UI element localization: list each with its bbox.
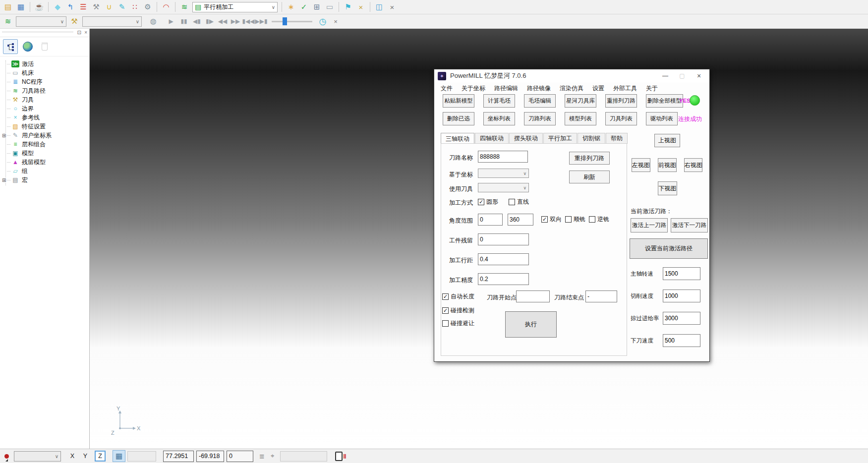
menu-item[interactable]: 关于坐标 xyxy=(457,82,490,94)
bidirectional-checkbox[interactable]: ✓ xyxy=(541,216,548,223)
dialog-titlebar[interactable]: ✦ PowerMILL 忆梦星河 7.0.6 — ▢ × xyxy=(434,69,709,82)
z-axis-button[interactable]: Z xyxy=(95,451,106,462)
collision-check-option[interactable]: ✓ 碰撞检测 xyxy=(442,306,474,315)
active-toolpath-icon[interactable]: ≋ xyxy=(178,1,190,13)
plunge-feed-input[interactable] xyxy=(663,334,700,347)
axis-readout-icon[interactable]: ≣ xyxy=(259,453,265,460)
sim-speed-slider[interactable] xyxy=(272,17,312,25)
step-back-icon[interactable]: ◀▮ xyxy=(191,15,203,27)
front-view-button[interactable]: 前视图 xyxy=(658,158,677,172)
menu-item[interactable]: 关于 xyxy=(641,82,662,94)
conventional-checkbox[interactable] xyxy=(589,216,595,223)
spindle-speed-input[interactable] xyxy=(663,267,700,280)
execute-button[interactable]: 执行 xyxy=(505,311,557,338)
tolerance-input[interactable] xyxy=(478,273,529,285)
tree-item[interactable]: ≡ 层和组合 xyxy=(0,140,89,149)
quick-button[interactable]: 删除全部模型 xyxy=(646,94,683,108)
explorer-grip[interactable]: ⊡ × xyxy=(0,29,89,37)
auto-length-option[interactable]: ✓ 自动长度 xyxy=(442,292,474,301)
quick-button[interactable]: 删除已选 xyxy=(443,112,474,125)
collision-avoid-checkbox[interactable] xyxy=(442,320,449,327)
pause-icon[interactable]: ▮▮ xyxy=(178,15,190,27)
refresh-button[interactable]: 刷新 xyxy=(569,171,610,183)
transform-icon[interactable]: × xyxy=(355,1,367,13)
entity-select-combo[interactable]: ∨ xyxy=(14,451,61,462)
quick-button[interactable]: 计算毛坯 xyxy=(483,94,515,108)
quick-button[interactable]: 刀路列表 xyxy=(524,112,556,125)
render-teapot-icon[interactable]: ☕ xyxy=(33,1,45,13)
tree-item[interactable]: ▧ 特征设置 xyxy=(0,122,89,131)
collision-avoid-option[interactable]: 碰撞避让 xyxy=(442,319,474,328)
quick-button[interactable]: 星河刀具库 xyxy=(565,94,596,108)
menu-item[interactable]: 文件 xyxy=(436,82,457,94)
record-dot-icon[interactable] xyxy=(4,454,9,459)
tree-item[interactable]: ▭ 机床 xyxy=(0,68,89,77)
open-project-icon[interactable]: ▤ xyxy=(2,1,14,13)
explode-icon[interactable]: ∗ xyxy=(285,1,297,13)
probe-icon[interactable]: ⌖ xyxy=(271,452,274,460)
tree-item[interactable]: ⊞ ▤ 宏 xyxy=(0,175,89,184)
mounting-icon[interactable]: ⚑ xyxy=(342,1,354,13)
toolpath-name-input[interactable] xyxy=(478,151,528,163)
collision-check-checkbox[interactable]: ✓ xyxy=(442,307,449,314)
cursor-x-field[interactable] xyxy=(163,451,194,462)
quick-button[interactable]: 坐标列表 xyxy=(483,112,515,125)
tool-holder-icon[interactable]: ⚙ xyxy=(142,1,154,13)
active-toolpath-combo[interactable]: ▤ 平行精加工 ∨ xyxy=(192,2,278,12)
activate-prev-button[interactable]: 激活上一刀路 xyxy=(631,218,668,232)
expander-icon[interactable]: ⊞ xyxy=(2,178,6,182)
close-panel-icon[interactable]: × xyxy=(84,30,87,36)
save-project-icon[interactable]: ▦ xyxy=(15,1,27,13)
curve-editor-icon[interactable]: ✎ xyxy=(116,1,128,13)
slider-handle[interactable] xyxy=(283,17,287,25)
collision-check-icon[interactable]: ∪ xyxy=(103,1,115,13)
dialog-tab[interactable]: 帮助 xyxy=(606,133,628,144)
skim-feed-input[interactable] xyxy=(663,312,700,325)
close-button[interactable]: × xyxy=(691,69,707,82)
climb-option[interactable]: 顺铣 xyxy=(565,215,585,224)
stepover-input[interactable] xyxy=(478,253,529,265)
mode-line-option[interactable]: 直线 xyxy=(509,198,529,206)
circle-checkbox[interactable]: ✓ xyxy=(478,199,484,205)
cursor-y-field[interactable] xyxy=(196,451,224,462)
dialog-tab[interactable]: 平行加工 xyxy=(543,133,577,144)
angle-from-input[interactable] xyxy=(478,214,503,226)
go-end-icon[interactable]: ▶▶▮ xyxy=(255,15,267,27)
sim-clock-icon[interactable]: ◷ xyxy=(317,15,329,27)
tree-item[interactable]: ⊞ ✎ 用户坐标系 xyxy=(0,131,89,140)
toolbar-close-icon[interactable]: × xyxy=(386,1,398,13)
sim-tool-combo[interactable]: ∨ xyxy=(82,16,142,27)
ruler-icon[interactable]: ▭ xyxy=(324,1,336,13)
tree-item[interactable]: × 参考线 xyxy=(0,113,89,122)
right-view-button[interactable]: 右视图 xyxy=(684,158,702,172)
bidirectional-option[interactable]: ✓ 双向 xyxy=(541,215,562,224)
menu-item[interactable]: 路径编辑 xyxy=(490,82,522,94)
tree-item[interactable]: ▣ 模型 xyxy=(0,149,89,158)
end-point-input[interactable] xyxy=(585,290,617,302)
tab-world[interactable] xyxy=(21,40,35,54)
calculator-icon[interactable]: ⊞ xyxy=(311,1,323,13)
tree-item[interactable]: ▲ 残留模型 xyxy=(0,158,89,167)
y-axis-button[interactable]: Y xyxy=(81,451,90,461)
dialog-tab[interactable]: 四轴联动 xyxy=(475,133,509,144)
cursor-z-field[interactable] xyxy=(227,451,253,462)
quick-button[interactable]: 粘贴新模型 xyxy=(443,94,474,108)
step-forward-icon[interactable]: ▮▶ xyxy=(204,15,216,27)
leads-links-icon[interactable]: ↰ xyxy=(64,1,76,13)
compare-icon[interactable]: ◫ xyxy=(373,1,385,13)
tree-item[interactable]: ○ 边界 xyxy=(0,104,89,113)
fast-forward-icon[interactable]: ▶▶ xyxy=(230,15,241,27)
dialog-tab[interactable]: 三轴联动 xyxy=(441,133,474,144)
tree-item[interactable]: ≣ NC程序 xyxy=(0,77,89,86)
stock-input[interactable] xyxy=(478,233,529,245)
line-checkbox[interactable] xyxy=(509,199,515,205)
verify-icon[interactable]: ✓ xyxy=(298,1,310,13)
tool-ball-icon[interactable]: ⚒ xyxy=(90,1,102,13)
menu-item[interactable]: 设置 xyxy=(588,82,609,94)
top-view-button[interactable]: 上视图 xyxy=(654,134,680,147)
sim-toolpath-combo[interactable]: ∨ xyxy=(16,16,66,27)
start-point-input[interactable] xyxy=(516,290,550,302)
x-axis-button[interactable]: X xyxy=(68,451,77,461)
sim-close-icon[interactable]: × xyxy=(330,15,342,27)
pattern-icon[interactable]: ∷ xyxy=(129,1,141,13)
